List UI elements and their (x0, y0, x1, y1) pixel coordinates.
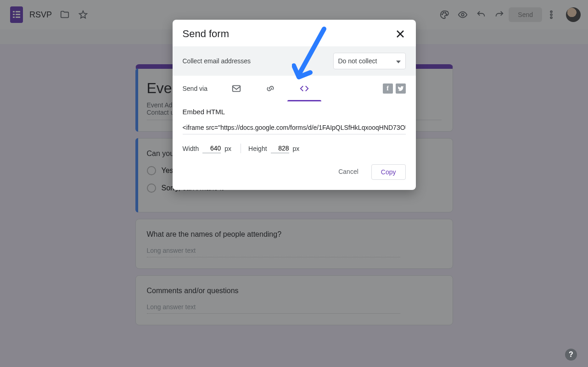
cancel-button[interactable]: Cancel (332, 164, 365, 180)
twitter-icon[interactable] (396, 83, 406, 94)
tab-embed[interactable] (287, 76, 321, 101)
height-group: Height px (248, 144, 308, 153)
send-form-dialog: Send form Collect email addresses Do not… (173, 20, 416, 190)
tab-email[interactable] (219, 76, 253, 101)
px-unit: px (293, 145, 300, 152)
collect-emails-row: Collect email addresses Do not collect (173, 46, 416, 76)
width-group: Width px (183, 144, 241, 153)
facebook-icon[interactable]: f (383, 83, 393, 94)
chevron-down-icon (396, 57, 401, 65)
collect-emails-dropdown[interactable]: Do not collect (333, 53, 406, 69)
embed-code-input[interactable] (183, 121, 406, 134)
tab-link[interactable] (253, 76, 287, 101)
dialog-title: Send form (183, 28, 395, 40)
send-via-row: Send via f (173, 76, 416, 101)
help-icon[interactable]: ? (565, 349, 577, 361)
modal-overlay: Send form Collect email addresses Do not… (0, 0, 588, 367)
width-label: Width (183, 145, 199, 152)
copy-button[interactable]: Copy (371, 164, 406, 180)
embed-title: Embed HTML (183, 108, 406, 116)
social-share: f (383, 83, 406, 94)
dropdown-value: Do not collect (338, 57, 377, 65)
send-via-label: Send via (183, 85, 207, 92)
height-label: Height (248, 145, 267, 152)
embed-section: Embed HTML Width px Height px (173, 101, 416, 155)
height-input[interactable] (271, 144, 289, 153)
width-input[interactable] (202, 144, 221, 153)
px-unit: px (224, 145, 231, 152)
close-icon[interactable] (395, 28, 406, 39)
collect-emails-label: Collect email addresses (183, 57, 333, 65)
svg-rect-15 (233, 85, 241, 91)
